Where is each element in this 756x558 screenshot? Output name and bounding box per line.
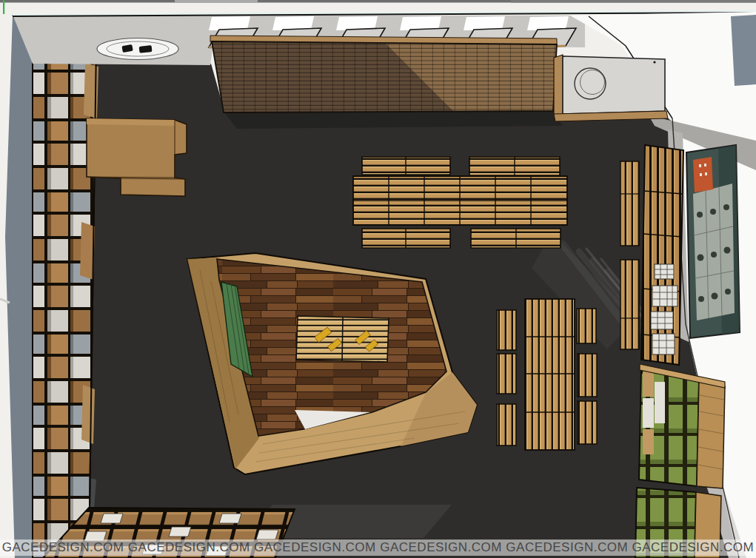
bench bbox=[497, 310, 516, 350]
left-shelf-column bbox=[33, 36, 98, 558]
wall-bench bbox=[620, 260, 639, 349]
wood-canopy bbox=[210, 36, 557, 112]
table-group-vertical bbox=[497, 299, 597, 450]
bench bbox=[471, 229, 561, 248]
wall-poster bbox=[686, 145, 740, 338]
corner-opening bbox=[731, 15, 756, 86]
long-table bbox=[353, 176, 567, 225]
ceiling-light-fixture bbox=[97, 38, 178, 60]
watermark-text: GACEDESIGN.COM bbox=[380, 540, 502, 555]
bench bbox=[497, 404, 516, 446]
bench bbox=[362, 157, 450, 175]
ceiling-speaker-icon bbox=[139, 45, 153, 53]
bench bbox=[578, 354, 597, 397]
watermark-text: GACEDESIGN.COM bbox=[506, 540, 628, 555]
long-table bbox=[525, 299, 575, 450]
platform-display-table bbox=[296, 316, 389, 362]
watermark-bar: GACEDESIGN.COM GACEDESIGN.COM GACEDESIGN… bbox=[0, 539, 756, 556]
render-canvas: GACEDESIGN.COM GACEDESIGN.COM GACEDESIGN… bbox=[0, 0, 756, 558]
watermark-text: GACEDESIGN.COM bbox=[2, 540, 124, 555]
bench bbox=[362, 229, 450, 248]
bench bbox=[578, 401, 597, 444]
bench bbox=[469, 157, 560, 175]
wall-bench bbox=[620, 161, 639, 246]
bench bbox=[497, 354, 516, 394]
watermark-text: GACEDESIGN.COM bbox=[254, 540, 376, 555]
scene-render bbox=[0, 0, 756, 558]
utility-cabinet bbox=[554, 55, 668, 121]
poster-red-seal bbox=[693, 157, 713, 192]
watermark-text: GACEDESIGN.COM bbox=[632, 540, 754, 555]
bench bbox=[577, 309, 596, 343]
left-wall bbox=[0, 14, 37, 558]
watermark-text: GACEDESIGN.COM bbox=[128, 540, 250, 555]
green-bookshelf bbox=[635, 364, 725, 558]
sketchup-green-axis bbox=[3, 0, 4, 16]
